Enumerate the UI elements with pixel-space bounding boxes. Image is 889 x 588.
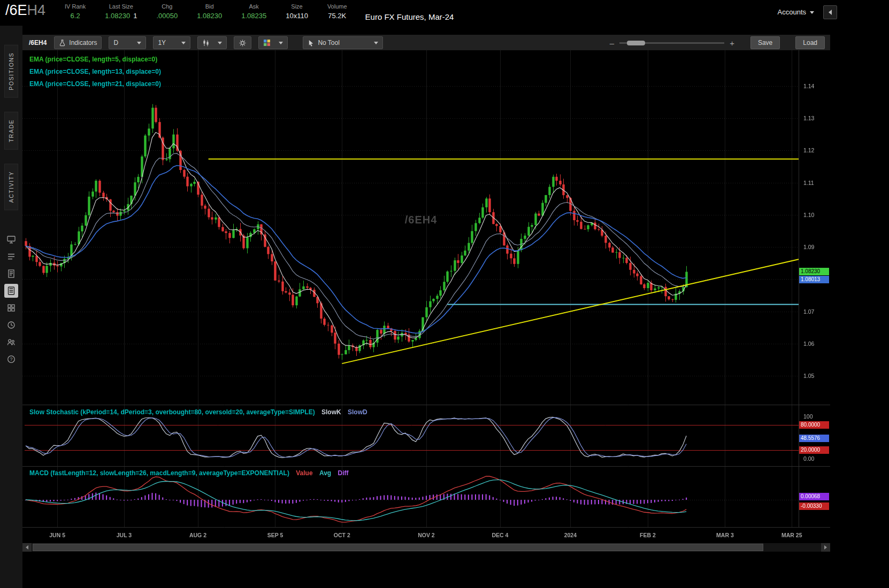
clock-icon[interactable] <box>4 318 18 332</box>
chart-settings-button[interactable] <box>234 36 251 49</box>
chevron-down-icon <box>374 42 378 44</box>
sidebar-tab-activity[interactable]: ACTIVITY <box>4 164 18 210</box>
top-quote-bar: /6EH4 IV Rank6.2Last Size1.082301Chg.000… <box>0 0 889 26</box>
ema-label-2: EMA (price=CLOSE, length=13, displace=0) <box>29 66 161 78</box>
zoom-slider-handle[interactable] <box>627 41 645 45</box>
stochastic-axis-badge: 80.0000 <box>799 421 829 429</box>
chart-symbol-label: /6EH4 <box>29 39 47 47</box>
chart-watermark: /6EH4 <box>392 214 450 226</box>
left-sidebar: POSITIONSTRADEACTIVITY ? <box>0 26 22 588</box>
price-axis-tick: 1.09 <box>803 243 814 251</box>
timeframe-dropdown[interactable]: D <box>109 36 146 49</box>
chevron-down-icon <box>810 11 814 14</box>
quote-last-size: Last Size1.082301 <box>105 0 137 20</box>
date-axis-tick: JUL 3 <box>107 531 141 539</box>
price-axis-tick: 1.10 <box>803 211 814 219</box>
calculator-icon[interactable] <box>4 284 18 298</box>
price-axis-tick: 1.14 <box>803 82 814 90</box>
price-axis-tick: 1.07 <box>803 308 814 315</box>
price-axis-tick: 1.11 <box>803 179 814 187</box>
sidebar-icons: ? <box>4 233 18 369</box>
stochastic-axis-tick: 0.00 <box>803 455 814 462</box>
quote-fields: IV Rank6.2Last Size1.082301Chg.00050Bid1… <box>45 0 347 20</box>
stochastic-axis-badge: 20.0000 <box>799 446 829 454</box>
date-axis-tick: FEB 2 <box>631 531 665 539</box>
chart-toolbar: /6EH4 Indicators D 1Y <box>22 35 830 51</box>
news-icon[interactable] <box>4 267 18 281</box>
chevron-down-icon <box>218 42 222 44</box>
arrow-left-icon <box>26 545 28 550</box>
collapse-right-panel-button[interactable] <box>823 5 837 19</box>
chevron-left-icon <box>829 10 832 15</box>
svg-text:?: ? <box>10 357 12 362</box>
indicators-button[interactable]: Indicators <box>54 36 102 49</box>
price-axis-tick: 1.05 <box>803 372 814 380</box>
save-label: Save <box>758 39 772 47</box>
scroll-left-button[interactable] <box>22 543 32 552</box>
stochastic-axis-badge: 48.5576 <box>799 435 829 442</box>
grid-layout-icon <box>263 39 271 47</box>
trading-platform-window: /6EH4 IV Rank6.2Last Size1.082301Chg.000… <box>0 0 889 588</box>
date-axis-tick: OCT 2 <box>325 531 359 539</box>
help-icon[interactable]: ? <box>4 352 18 366</box>
slowk-legend: SlowK <box>321 408 341 416</box>
quote-size: Size10x110 <box>286 0 308 20</box>
zoom-in-button[interactable]: + <box>730 38 734 48</box>
zoom-out-button[interactable]: – <box>610 38 614 48</box>
save-button[interactable]: Save <box>750 36 780 49</box>
zoom-slider[interactable] <box>619 42 724 44</box>
date-axis-tick: SEP 5 <box>258 531 292 539</box>
chart-region: /6EH4 Indicators D 1Y <box>22 26 830 588</box>
chart-horizontal-scrollbar[interactable] <box>22 543 830 552</box>
load-button[interactable]: Load <box>795 36 825 49</box>
symbol-title: /6EH4 <box>5 2 45 19</box>
sidebar-tab-positions[interactable]: POSITIONS <box>4 45 18 98</box>
price-axis-tick: 1.13 <box>803 114 814 122</box>
gear-icon <box>239 39 247 47</box>
last-price-badge: 1.08013 <box>799 276 829 283</box>
stochastic-label: Slow Stochastic (kPeriod=14, dPeriod=3, … <box>29 408 315 416</box>
date-axis-tick: DEC 4 <box>483 531 517 539</box>
chat-rooms-icon[interactable] <box>4 335 18 349</box>
macd-axis-badge: 0.00068 <box>799 493 829 500</box>
apps-grid-icon[interactable] <box>4 301 18 315</box>
quote-chg: Chg.00050 <box>156 0 178 20</box>
tool-value: No Tool <box>318 39 339 47</box>
chart-canvas[interactable] <box>22 50 830 542</box>
macd-avg-legend: Avg <box>319 469 331 477</box>
price-axis-tick: 1.12 <box>803 146 814 154</box>
ema-label-1: EMA (price=CLOSE, length=5, displace=0) <box>29 53 161 66</box>
scrollbar-thumb[interactable] <box>33 544 763 551</box>
drawing-tool-dropdown[interactable]: No Tool <box>303 36 383 49</box>
cursor-icon <box>308 39 315 47</box>
date-axis-tick: MAR 3 <box>708 531 742 539</box>
range-value: 1Y <box>158 39 166 47</box>
candlestick-chart-icon <box>202 39 210 47</box>
macd-study-label: MACD (fastLength=12, slowLength=26, macd… <box>29 469 349 477</box>
watchlist-icon[interactable] <box>4 250 18 264</box>
range-dropdown[interactable]: 1Y <box>153 36 190 49</box>
quote-bid: Bid1.08230 <box>197 0 222 20</box>
scroll-right-button[interactable] <box>821 543 830 552</box>
sidebar-tab-trade[interactable]: TRADE <box>4 112 18 150</box>
ema-study-labels: EMA (price=CLOSE, length=5, displace=0) … <box>29 53 161 90</box>
date-axis-tick: JUN 5 <box>40 531 74 539</box>
quote-volume: Volume75.2K <box>327 0 347 20</box>
flask-icon <box>59 39 66 47</box>
price-axis-tick: 1.06 <box>803 340 814 347</box>
macd-label: MACD (fastLength=12, slowLength=26, macd… <box>29 469 289 477</box>
macd-axis-badge: -0.00330 <box>799 502 829 510</box>
chart-grid-dropdown[interactable] <box>258 36 288 49</box>
indicators-label: Indicators <box>69 39 97 47</box>
monitor-icon[interactable] <box>4 233 18 246</box>
quote-iv-rank: IV Rank6.2 <box>65 0 86 20</box>
stochastic-axis-tick: 100 <box>803 413 813 420</box>
date-axis-tick: 2024 <box>553 531 587 539</box>
accounts-dropdown[interactable]: Accounts <box>778 8 814 16</box>
stochastic-study-label: Slow Stochastic (kPeriod=14, dPeriod=3, … <box>29 408 367 416</box>
quote-ask: Ask1.08235 <box>241 0 266 20</box>
macd-value-legend: Value <box>296 469 312 477</box>
date-axis-tick: NOV 2 <box>409 531 443 539</box>
chart-type-dropdown[interactable] <box>197 36 227 49</box>
accounts-label: Accounts <box>778 8 806 16</box>
